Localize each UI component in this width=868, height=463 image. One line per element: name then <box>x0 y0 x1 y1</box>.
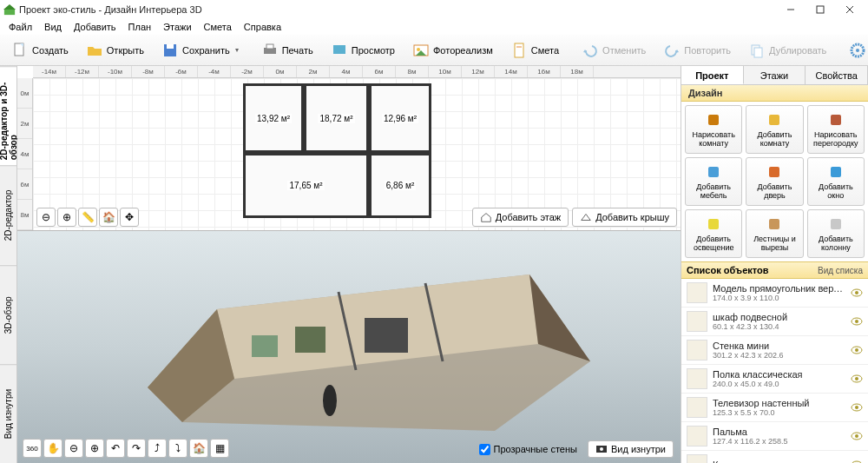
thumb <box>687 397 707 418</box>
svg-point-56 <box>855 377 858 380</box>
right-panel: Проект Этажи Свойства Дизайн Нарисовать … <box>681 66 868 463</box>
zoom-in-3d-icon[interactable]: ⊕ <box>85 439 104 458</box>
menu-add[interactable]: Добавить <box>69 21 122 33</box>
close-button[interactable] <box>835 0 865 19</box>
svg-rect-35 <box>295 327 326 353</box>
thumb <box>687 282 707 303</box>
redo-button[interactable]: Повторить <box>657 38 737 63</box>
menubar: Файл Вид Добавить План Этажи Смета Справ… <box>0 19 868 35</box>
zoom-out-3d-icon[interactable]: ⊖ <box>64 439 83 458</box>
view-3d[interactable]: 360 ✋ ⊖ ⊕ ↶ ↷ ⤴ ⤵ 🏠 ▦ Прозрачные стены В… <box>17 231 681 463</box>
menu-floors[interactable]: Этажи <box>158 21 196 33</box>
minimize-button[interactable] <box>776 0 806 19</box>
svg-rect-12 <box>333 45 345 54</box>
design-btn-7[interactable]: Лестницы и вырезы <box>746 209 803 258</box>
toolbar: Создать Открыть Сохранить▾ Печать Просмо… <box>0 35 868 66</box>
svg-rect-21 <box>754 48 762 57</box>
new-file-icon <box>11 42 29 59</box>
undo-button[interactable]: Отменить <box>575 38 652 63</box>
list-item[interactable]: Картина <box>681 451 868 463</box>
rotate-left-icon[interactable]: ↶ <box>106 439 125 458</box>
list-item[interactable]: Модель прямоугольник вертик...174.0 x 3.… <box>681 279 868 308</box>
list-item[interactable]: Телевизор настенный125.3 x 5.5 x 70.0 <box>681 394 868 422</box>
eye-icon[interactable] <box>851 287 863 299</box>
design-btn-0[interactable]: Нарисовать комнату <box>685 105 742 154</box>
rotate-right-icon[interactable]: ↷ <box>127 439 146 458</box>
maximize-button[interactable] <box>806 0 835 19</box>
design-btn-8[interactable]: Добавить колонну <box>807 209 865 258</box>
tab-2d-editor[interactable]: 2D-редактор <box>0 165 16 264</box>
svg-point-23 <box>856 49 859 52</box>
svg-rect-44 <box>769 167 779 177</box>
room[interactable]: 13,92 м² <box>243 83 304 153</box>
object-list: Модель прямоугольник вертик...174.0 x 3.… <box>681 279 868 463</box>
tab-3d-view[interactable]: 3D-обзор <box>0 265 16 364</box>
list-item[interactable]: Полка классическая240.0 x 45.0 x 49.0 <box>681 365 868 394</box>
design-btn-3[interactable]: Добавить мебель <box>685 157 742 206</box>
room[interactable]: 6,86 м² <box>369 153 431 218</box>
walls-icon[interactable]: ▦ <box>210 439 229 458</box>
add-floor-button[interactable]: Добавить этаж <box>472 208 569 227</box>
eye-icon[interactable] <box>851 344 863 356</box>
menu-help[interactable]: Справка <box>239 21 286 33</box>
tab-2d-3d[interactable]: 2D-редактор и 3D-обзор <box>0 66 16 165</box>
obj-view-link[interactable]: Вид списка <box>818 266 863 275</box>
rtab-properties[interactable]: Свойства <box>806 66 868 84</box>
rtab-floors[interactable]: Этажи <box>744 66 806 84</box>
eye-icon[interactable] <box>851 459 863 463</box>
room[interactable]: 12,96 м² <box>369 83 431 153</box>
design-btn-6[interactable]: Добавить освещение <box>685 209 742 258</box>
home-icon[interactable]: 🏠 <box>99 208 118 227</box>
svg-rect-43 <box>708 167 719 177</box>
design-icon <box>827 163 845 181</box>
svg-rect-34 <box>252 335 278 357</box>
ruler-icon[interactable]: 📏 <box>78 208 97 227</box>
settings-button[interactable] <box>843 38 868 63</box>
save-button[interactable]: Сохранить▾ <box>155 38 245 63</box>
room[interactable]: 17,65 м² <box>243 153 369 218</box>
menu-budget[interactable]: Смета <box>199 21 237 33</box>
create-button[interactable]: Создать <box>5 38 75 63</box>
svg-point-50 <box>855 291 858 294</box>
menu-file[interactable]: Файл <box>3 21 37 33</box>
photo-icon <box>412 42 430 59</box>
fit-icon[interactable]: ✥ <box>120 208 139 227</box>
duplicate-button[interactable]: Дублировать <box>742 38 832 63</box>
design-btn-4[interactable]: Добавить дверь <box>746 157 803 206</box>
menu-plan[interactable]: План <box>123 21 157 33</box>
eye-icon[interactable] <box>851 373 863 385</box>
design-btn-1[interactable]: Добавить комнату <box>746 105 803 154</box>
view-inside-button[interactable]: Вид изнутри <box>588 440 674 458</box>
list-item[interactable]: шкаф подвесной60.1 x 42.3 x 130.4 <box>681 308 868 336</box>
design-btn-2[interactable]: Нарисовать перегородку <box>807 105 865 154</box>
floorplan[interactable]: 13,92 м²18,72 м²12,96 м²17,65 м²6,86 м² <box>243 83 434 222</box>
photoreal-button[interactable]: Фотореализм <box>406 38 499 63</box>
menu-view[interactable]: Вид <box>39 21 67 33</box>
room[interactable]: 18,72 м² <box>304 83 369 153</box>
home-3d-icon[interactable]: 🏠 <box>189 439 208 458</box>
pan-icon[interactable]: ✋ <box>43 439 62 458</box>
svg-rect-40 <box>708 115 719 125</box>
list-item[interactable]: Стенка мини301.2 x 42.3 x 202.6 <box>681 336 868 365</box>
view-2d[interactable]: -14м-12м-10м-8м-6м-4м-2м0м2м4м6м8м10м12м… <box>17 66 681 231</box>
transparent-walls-checkbox[interactable]: Прозрачные стены <box>479 444 577 455</box>
rotate-360-icon[interactable]: 360 <box>23 439 42 458</box>
zoom-out-icon[interactable]: ⊖ <box>36 208 56 227</box>
svg-rect-16 <box>515 43 523 57</box>
tab-view-inside[interactable]: Вид изнутри <box>0 364 16 463</box>
budget-button[interactable]: Смета <box>504 38 565 63</box>
zoom-in-icon[interactable]: ⊕ <box>57 208 76 227</box>
rotate-down-icon[interactable]: ⤵ <box>168 439 187 458</box>
print-button[interactable]: Печать <box>255 38 319 63</box>
list-item[interactable]: Пальма127.4 x 116.2 x 258.5 <box>681 422 868 451</box>
add-roof-button[interactable]: Добавить крышу <box>572 208 677 227</box>
svg-marker-1 <box>3 4 16 10</box>
preview-button[interactable]: Просмотр <box>325 38 401 63</box>
design-btn-5[interactable]: Добавить окно <box>807 157 865 206</box>
eye-icon[interactable] <box>851 430 863 442</box>
rotate-up-icon[interactable]: ⤴ <box>148 439 167 458</box>
rtab-project[interactable]: Проект <box>681 66 744 84</box>
eye-icon[interactable] <box>851 401 863 413</box>
open-button[interactable]: Открыть <box>80 38 150 63</box>
eye-icon[interactable] <box>851 315 863 327</box>
